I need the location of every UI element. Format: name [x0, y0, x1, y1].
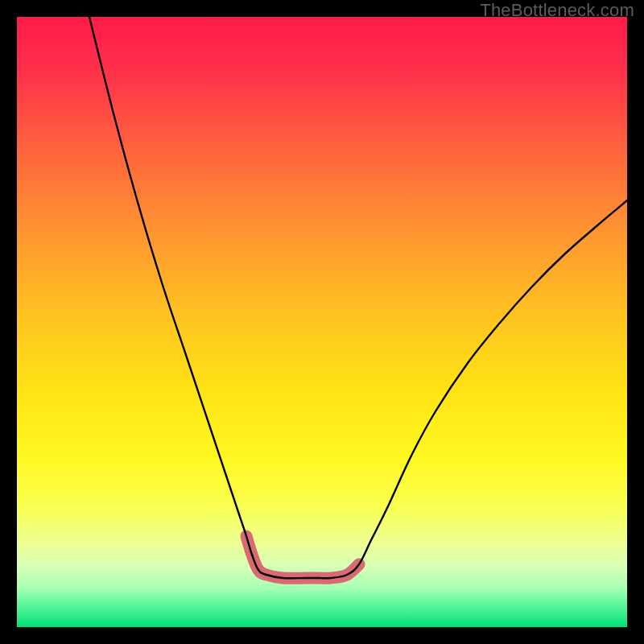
- chart-frame: [17, 17, 627, 627]
- trough-highlight: [246, 536, 359, 578]
- bottleneck-chart: [17, 17, 627, 627]
- left-curve: [89, 17, 319, 578]
- right-curve: [319, 200, 627, 578]
- watermark-text: TheBottleneck.com: [480, 0, 634, 21]
